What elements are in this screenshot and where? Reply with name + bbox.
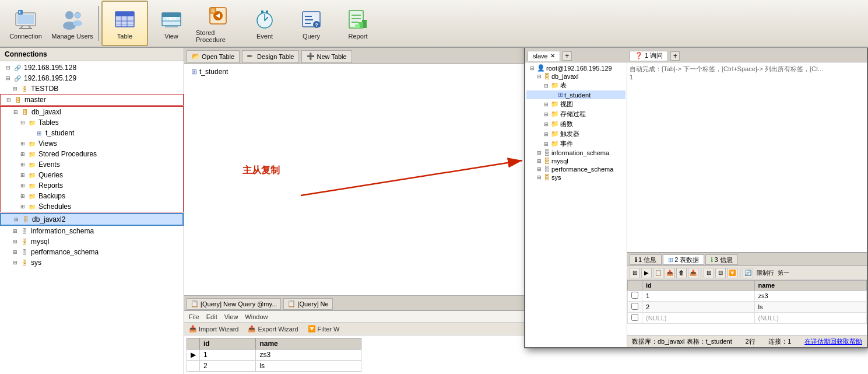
sq-add-tab[interactable]: + (563, 51, 572, 61)
menu-view[interactable]: View (224, 313, 238, 320)
conn-icon: 🔗 (13, 63, 22, 72)
sq-funcs-item[interactable]: ⊞ 📁 函数 (526, 119, 625, 129)
sq-perf-icon: 🗄 (544, 166, 550, 173)
sq-col-id: id (642, 281, 755, 291)
sq-result-tab2[interactable]: ⊞ 2 表数据 (663, 254, 704, 265)
sq-rt-btn10[interactable]: 🔄 (743, 268, 753, 278)
sq-perf-item[interactable]: ⊞ 🗄 performance_schema (526, 165, 625, 173)
tree-item-queries[interactable]: ⊞ 📁 Queries (1, 170, 183, 180)
sq-limit-label: 限制行 (757, 269, 774, 277)
tree-item-perf-schema[interactable]: ⊞ 🗄 performance_schema (0, 247, 184, 257)
sq-row2-check[interactable] (628, 302, 642, 313)
toolbar-connection-btn[interactable]: Connection (2, 1, 49, 46)
info-schema-icon: 🗄 (20, 226, 29, 236)
main-area: Connections ⊟ 🔗 192.168.195.128 ⊟ 🔗 192.… (0, 48, 868, 374)
sq-sp-item[interactable]: ⊞ 📁 存储过程 (526, 109, 625, 119)
tree-item-views[interactable]: ⊞ 📁 Views (1, 138, 183, 149)
sq-info-schema-item[interactable]: ⊞ 🗄 information_schema (526, 149, 625, 157)
sq-row1-check[interactable] (628, 291, 642, 302)
sq-status-link[interactable]: 在详估期回获取帮助 (804, 337, 862, 346)
tree-item-conn2[interactable]: ⊟ 🔗 192.168.195.129 (0, 73, 184, 83)
sq-sys-item[interactable]: ⊞ 🗄 sys (526, 173, 625, 181)
sq-row3-name: (NULL) (754, 313, 867, 324)
tab-design-table[interactable]: ✏ Design Table (242, 50, 299, 63)
toolbar-report-btn[interactable]: Report (335, 1, 381, 46)
sq-row3-check[interactable] (628, 313, 642, 324)
filter-btn[interactable]: 🔽 Filter W (305, 324, 342, 333)
tree-item-reports[interactable]: ⊞ 📁 Reports (1, 180, 183, 191)
sq-result-tab1[interactable]: ℹ 1 信息 (630, 254, 662, 265)
tab-new-table[interactable]: ➕ New Table (301, 50, 352, 63)
db-javaxl2-icon: 🗄 (21, 215, 30, 224)
sq-db-javaxl-item[interactable]: ⊟ 🗄 db_javaxl (526, 72, 625, 81)
tree-item-testdb[interactable]: ⊞ 🗄 TESTDB (0, 83, 184, 94)
sq-statusbar: 数据库：db_javaxl 表格：t_student 2行 连接：1 在详估期回… (627, 335, 867, 347)
sq-query-tab1[interactable]: ❓ 1 询问 (630, 51, 668, 61)
sq-rt-btn2[interactable]: ▶ (641, 268, 652, 278)
tree-item-db-javaxl2[interactable]: ⊞ 🗄 db_javaxl2 (0, 213, 184, 226)
tree-item-conn1[interactable]: ⊟ 🔗 192.168.195.128 (0, 62, 184, 73)
sq-status-db: 数据库：db_javaxl 表格：t_student (632, 337, 732, 346)
tree-item-mysql[interactable]: ⊞ 🗄 mysql (0, 236, 184, 247)
sq-rt-btn3[interactable]: 📋 (653, 268, 663, 278)
toolbar-stored-procedure-btn[interactable]: ⚙ Stored Procedure (195, 1, 241, 46)
toolbar-view-btn[interactable]: VIEW View (148, 1, 195, 46)
tree-item-backups[interactable]: ⊞ 📁 Backups (1, 191, 183, 201)
connections-header: Connections (0, 48, 184, 61)
tree-item-sys[interactable]: ⊞ 🗄 sys (0, 257, 184, 268)
menu-window[interactable]: Window (245, 313, 268, 320)
tree-item-info-schema[interactable]: ⊞ 🗄 information_schema (0, 226, 184, 236)
sq-tab-slave[interactable]: slave ✕ (528, 51, 560, 61)
sq-rt-btn7[interactable]: ⊞ (704, 268, 714, 278)
sq-tab-close[interactable]: ✕ (550, 53, 555, 59)
sq-tables-item[interactable]: ⊟ 📁 表 (526, 81, 625, 90)
sq-events-item[interactable]: ⊞ 📁 事件 (526, 139, 625, 149)
tree-item-db-javaxl[interactable]: ⊟ 🗄 db_javaxl (1, 107, 183, 117)
tab-open-table[interactable]: 📂 Open Table (187, 50, 240, 63)
sqlyog-window: 🐬 SQLyog - [slave /db_javaxl - root@192.… (524, 48, 868, 348)
svg-rect-31 (266, 11, 268, 13)
sq-views-item[interactable]: ⊞ 📁 视图 (526, 99, 625, 109)
import-wizard-btn[interactable]: 📥 Import Wizard (187, 324, 241, 333)
sq-result-tab3[interactable]: ℹ 3 信息 (705, 254, 737, 265)
tree-item-events[interactable]: ⊞ 📁 Events (1, 159, 183, 170)
tree-item-t-student[interactable]: · ⊞ t_student (1, 128, 183, 138)
sq-rt-btn8[interactable]: ⊟ (715, 268, 726, 278)
sq-rt-sep2 (740, 268, 740, 278)
sq-rt-btn6[interactable]: 📥 (688, 268, 698, 278)
toolbar-event-btn[interactable]: Event (241, 1, 288, 46)
sq-mysql-icon: 🗄 (544, 158, 550, 165)
qt1-icon: 📋 (191, 300, 199, 307)
sq-query-area[interactable]: 自动完成：[Tab]-> 下一个标签，[Ctrl+Space]-> 列出所有标签… (627, 62, 867, 252)
open-table-icon: 📂 (192, 53, 200, 61)
row1-pointer: ▶ (187, 349, 200, 361)
export-wizard-btn[interactable]: 📤 Export Wizard (245, 324, 300, 333)
row2-id: 2 (200, 361, 256, 372)
tree-item-schedules[interactable]: ⊞ 📁 Schedules (1, 201, 183, 212)
query-icon: ? (300, 8, 323, 31)
query-tab-1[interactable]: 📋 [Query] New Query @my... (187, 298, 281, 310)
sp-expand: ⊞ (19, 151, 26, 158)
toolbar-table-btn[interactable]: Table (101, 1, 148, 46)
toolbar-query-btn[interactable]: ? Query (288, 1, 335, 46)
tree-item-tables[interactable]: ⊟ 📁 Tables (1, 117, 183, 128)
toolbar-manage-users-btn[interactable]: Manage Users (49, 1, 96, 46)
menu-file[interactable]: File (189, 313, 199, 320)
sq-add-query-tab[interactable]: + (670, 51, 680, 61)
sq-rt-btn9[interactable]: 🔽 (727, 268, 737, 278)
sq-rt-btn4[interactable]: 📤 (665, 268, 675, 278)
sq-rt-btn5[interactable]: 🗑 (676, 268, 687, 278)
query-tab-2[interactable]: 📋 [Query] Ne (283, 298, 332, 310)
sq-t-student-item[interactable]: · ⊞ t_student (526, 90, 625, 99)
sq-mysql-item[interactable]: ⊞ 🗄 mysql (526, 157, 625, 165)
import-icon: 📥 (189, 325, 197, 333)
sq-rt-btn1[interactable]: ⊞ (630, 268, 640, 278)
tree-item-stored-procs[interactable]: ⊞ 📁 Stored Procedures (1, 149, 183, 159)
sq-root-item[interactable]: ⊟ 👤 root@192.168.195.129 (526, 64, 625, 72)
sq-triggers-item[interactable]: ⊞ 📁 触发器 (526, 129, 625, 139)
tree-item-master[interactable]: ⊟ 🗄 master (0, 94, 184, 106)
menu-edit[interactable]: Edit (206, 313, 217, 320)
row1-name: zs3 (256, 349, 361, 361)
event-icon (253, 8, 276, 31)
sp-folder-icon: 📁 (27, 149, 37, 159)
